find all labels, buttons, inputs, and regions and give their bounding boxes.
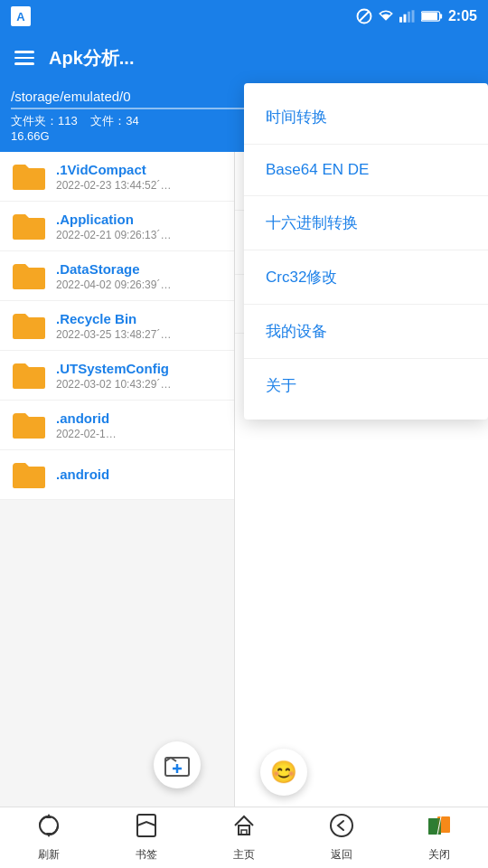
status-right: 2:05 — [356, 8, 477, 24]
app-bar: Apk分析... — [0, 33, 488, 83]
folder-icon — [11, 310, 47, 341]
a-icon: A — [11, 6, 31, 26]
bottom-nav: 刷新 书签 主页 返回 — [0, 807, 488, 868]
file-name: .Application — [56, 212, 171, 227]
svg-rect-7 — [422, 13, 437, 21]
file-info: .android — [56, 467, 109, 484]
file-name: .DataStorage — [56, 261, 171, 277]
status-left: A — [11, 6, 31, 26]
folder-icon — [11, 360, 47, 391]
file-date: 2022-03-02 10:43:29´… — [56, 378, 171, 391]
refresh-icon — [36, 813, 61, 844]
folder-icon — [11, 260, 47, 291]
file-info: .1VidCompact 2022-02-23 13:44:52´… — [56, 162, 171, 192]
file-item[interactable]: .1VidCompact 2022-02-23 13:44:52´… — [0, 152, 234, 202]
bookmark-icon — [135, 813, 158, 844]
file-info: .andorid 2022-02-1… — [56, 410, 117, 440]
menu-item-base64[interactable]: Base64 EN DE — [244, 145, 488, 196]
file-info: .Application 2022-02-21 09:26:13´… — [56, 212, 171, 241]
block-icon — [356, 8, 372, 24]
emoji-fab[interactable]: 😊 — [260, 749, 307, 796]
wifi-icon — [378, 10, 394, 23]
folder-icon — [11, 410, 47, 440]
svg-rect-5 — [411, 10, 414, 23]
nav-home[interactable]: 主页 — [195, 813, 293, 863]
file-item[interactable]: .UTSystemConfig 2022-03-02 10:43:29´… — [0, 351, 234, 401]
file-name: .andorid — [56, 410, 117, 426]
home-icon — [231, 813, 257, 844]
nav-close[interactable]: 关闭 — [390, 813, 488, 863]
file-info: .Recycle Bin 2022-03-25 13:48:27´… — [56, 311, 171, 341]
file-info: .UTSystemConfig 2022-03-02 10:43:29´… — [56, 361, 171, 391]
status-bar: A 2:05 — [0, 0, 488, 33]
file-item[interactable]: .android — [0, 450, 234, 500]
file-name: .android — [56, 467, 109, 482]
file-date: 2022-02-1… — [56, 428, 117, 440]
file-list-panel: .1VidCompact 2022-02-23 13:44:52´… .Appl… — [0, 152, 235, 821]
file-date: 2022-04-02 09:26:39´… — [56, 278, 171, 291]
svg-rect-35 — [137, 815, 155, 836]
battery-icon — [421, 10, 443, 23]
app-title: Apk分析... — [49, 46, 134, 71]
file-item[interactable]: .Recycle Bin 2022-03-25 13:48:27´… — [0, 301, 234, 351]
nav-bookmark-label: 书签 — [136, 847, 157, 863]
svg-line-1 — [360, 12, 370, 22]
file-name: .1VidCompact — [56, 162, 171, 177]
signal-icon — [399, 10, 416, 23]
status-time: 2:05 — [448, 8, 477, 24]
dropdown-menu: 时间转换 Base64 EN DE 十六进制转换 Crc32修改 我的设备 关于 — [244, 83, 488, 420]
emoji-icon: 😊 — [270, 760, 297, 785]
file-name: .UTSystemConfig — [56, 361, 171, 376]
nav-refresh[interactable]: 刷新 — [0, 813, 98, 863]
file-count: 文件：34 — [90, 114, 138, 127]
nav-close-label: 关闭 — [428, 847, 450, 863]
file-info: .DataStorage 2022-04-02 09:26:39´… — [56, 261, 171, 291]
nav-bookmark[interactable]: 书签 — [98, 813, 195, 863]
menu-item-time-convert[interactable]: 时间转换 — [244, 90, 488, 145]
nav-home-label: 主页 — [233, 847, 255, 863]
file-name: .Recycle Bin — [56, 311, 171, 326]
svg-point-38 — [331, 815, 352, 836]
folder-icon — [11, 161, 47, 192]
nav-back[interactable]: 返回 — [293, 813, 390, 863]
hamburger-menu[interactable] — [14, 51, 34, 65]
folder-count: 文件夹：113 — [11, 114, 78, 127]
back-icon — [329, 813, 354, 844]
nav-back-label: 返回 — [331, 847, 352, 863]
file-date: 2022-02-21 09:26:13´… — [56, 229, 171, 241]
file-item[interactable]: .Application 2022-02-21 09:26:13´… — [0, 202, 234, 251]
file-date: 2022-03-25 13:48:27´… — [56, 328, 171, 341]
nav-refresh-label: 刷新 — [38, 847, 60, 863]
close-icon — [427, 813, 452, 844]
svg-rect-37 — [241, 830, 247, 835]
svg-rect-8 — [440, 14, 443, 18]
file-date: 2022-02-23 13:44:52´… — [56, 179, 171, 192]
folder-icon — [11, 459, 47, 490]
svg-rect-2 — [399, 17, 402, 23]
svg-rect-3 — [403, 14, 406, 23]
fab-new-folder[interactable] — [154, 741, 201, 788]
menu-item-about[interactable]: 关于 — [244, 359, 488, 412]
svg-rect-4 — [408, 12, 410, 23]
storage-size: 16.66G — [11, 129, 50, 143]
file-item[interactable]: .andorid 2022-02-1… — [0, 401, 234, 450]
menu-item-crc32[interactable]: Crc32修改 — [244, 250, 488, 305]
menu-item-hex-convert[interactable]: 十六进制转换 — [244, 196, 488, 250]
menu-item-my-device[interactable]: 我的设备 — [244, 305, 488, 359]
folder-icon — [11, 211, 47, 241]
file-item[interactable]: .DataStorage 2022-04-02 09:26:39´… — [0, 251, 234, 301]
